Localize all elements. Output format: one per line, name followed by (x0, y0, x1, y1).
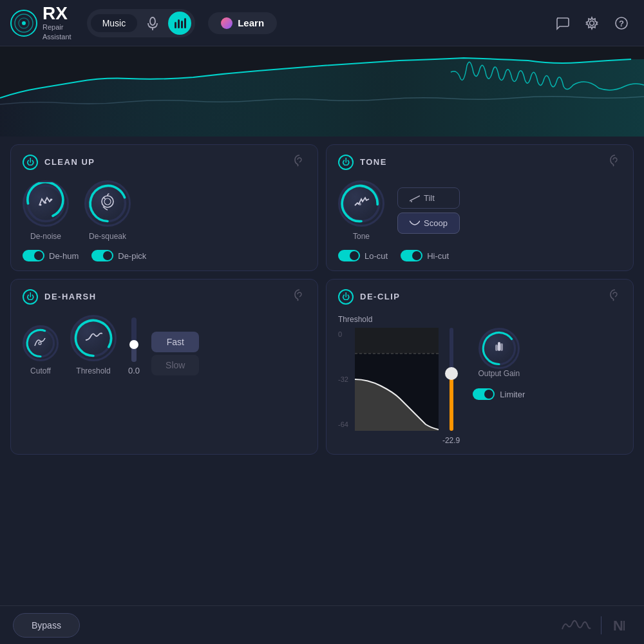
slow-button[interactable]: Slow (151, 355, 199, 375)
desqueak-knob[interactable] (84, 180, 131, 227)
waveform-area[interactable] (0, 46, 644, 137)
svg-point-17 (50, 199, 52, 201)
svg-rect-29 (355, 328, 439, 354)
declip-ear-button[interactable] (609, 289, 621, 305)
header-actions: ? (550, 11, 634, 35)
learn-label: Learn (238, 17, 264, 28)
help-icon: ? (614, 16, 629, 30)
hicut-toggle[interactable] (401, 250, 422, 261)
hicut-toggle-item: Hi-cut (401, 250, 449, 261)
deharsh-slider-thumb (129, 340, 138, 349)
scoop-button[interactable]: Scoop (397, 213, 460, 234)
tone-power-button[interactable]: ⏻ (338, 155, 354, 170)
limiter-toggle[interactable] (473, 388, 495, 400)
declip-panel: ⏻ DE-CLIP Threshold 0 -32 -64 (326, 279, 634, 455)
desqueak-icon (98, 193, 117, 214)
svg-rect-6 (175, 22, 176, 28)
deharsh-knobs-row: Cutoff Threshold (23, 315, 306, 375)
dehum-label: De-hum (49, 251, 79, 261)
cutoff-icon (33, 336, 48, 351)
declip-power-button[interactable]: ⏻ (338, 289, 354, 305)
ni-waves-icon (561, 616, 592, 634)
tone-buttons: Tilt Scoop (397, 187, 460, 234)
svg-point-20 (104, 198, 111, 205)
depick-toggle[interactable] (91, 250, 113, 261)
ni-logo-icon: N I (611, 616, 631, 634)
locut-toggle[interactable] (338, 250, 360, 261)
svg-point-19 (102, 196, 113, 207)
settings-button[interactable] (580, 11, 604, 35)
cutoff-knob[interactable] (23, 325, 59, 361)
cleanup-power-button[interactable]: ⏻ (23, 155, 38, 170)
logo-text: RX Repair Assistant (43, 5, 71, 41)
svg-line-23 (410, 196, 420, 201)
declip-slider-thumb[interactable] (445, 367, 458, 380)
tone-ear-button[interactable] (609, 154, 621, 170)
denoise-knob[interactable] (23, 180, 69, 227)
cleanup-ear-button[interactable] (293, 154, 306, 170)
fast-button[interactable]: Fast (151, 332, 199, 352)
svg-rect-34 (500, 343, 503, 351)
learn-button[interactable]: Learn (208, 12, 277, 34)
bypass-button[interactable]: Bypass (13, 613, 80, 638)
waveform-svg (0, 46, 644, 137)
declip-slider-container[interactable] (446, 328, 457, 431)
cleanup-title: CLEAN UP (44, 157, 95, 167)
deharsh-threshold-knob[interactable] (70, 315, 117, 361)
cleanup-toggles-row: De-hum De-pick (23, 250, 306, 261)
depick-label: De-pick (118, 251, 146, 261)
declip-threshold-label: Threshold (338, 315, 460, 324)
threshold-value: 0.0 (128, 366, 140, 375)
bars-mode-button[interactable] (168, 12, 191, 35)
hicut-label: Hi-cut (427, 251, 449, 261)
cleanup-title-row: ⏻ CLEAN UP (23, 155, 95, 170)
tilt-button[interactable]: Tilt (397, 187, 460, 209)
deharsh-title-row: ⏻ DE-HARSH (23, 289, 97, 305)
deharsh-panel-header: ⏻ DE-HARSH (23, 289, 306, 305)
help-button[interactable]: ? (609, 11, 634, 35)
declip-panel-header: ⏻ DE-CLIP (338, 289, 621, 305)
denoise-icon (37, 194, 55, 213)
deharsh-ear-button[interactable] (293, 289, 306, 305)
svg-point-16 (45, 202, 46, 204)
main-content: ⏻ CLEAN UP (0, 137, 644, 462)
svg-point-22 (359, 203, 361, 205)
deharsh-slider-wrap: 0.0 (128, 317, 140, 375)
declip-value: -22.9 (442, 436, 460, 445)
voice-mode-button[interactable] (141, 12, 164, 35)
output-gain-knob[interactable] (478, 328, 520, 369)
cleanup-panel: ⏻ CLEAN UP (10, 144, 318, 271)
svg-rect-7 (178, 19, 180, 28)
desqueak-label: De-squeak (89, 232, 126, 241)
output-gain-icon (491, 339, 507, 357)
tilt-label: Tilt (424, 193, 435, 203)
footer-logo: N I (561, 616, 631, 634)
threshold-knob-wrap: Threshold (70, 315, 117, 375)
chat-icon (555, 16, 569, 30)
tilt-icon (410, 194, 420, 202)
tone-panel-header: ⏻ TONE (338, 154, 621, 170)
limiter-row: Limiter (473, 388, 525, 400)
tone-knob-wrap: Tone (338, 180, 384, 241)
svg-rect-33 (495, 345, 498, 351)
denoise-knob-wrap: De-noise (23, 180, 69, 241)
cutoff-label: Cutoff (30, 366, 51, 375)
chat-button[interactable] (550, 11, 574, 35)
deharsh-power-button[interactable]: ⏻ (23, 289, 38, 305)
deharsh-slider[interactable] (131, 317, 137, 362)
music-mode-button[interactable]: Music (91, 14, 138, 32)
speed-buttons: Fast Slow (151, 332, 199, 375)
svg-point-10 (590, 21, 594, 25)
header: RX Repair Assistant Music L (0, 0, 644, 46)
axis-0: 0 (338, 330, 348, 338)
logo-rx-text: RX (43, 5, 71, 23)
deharsh-panel: ⏻ DE-HARSH (10, 279, 318, 455)
dehum-toggle[interactable] (23, 250, 44, 261)
dehum-toggle-item: De-hum (23, 250, 79, 261)
tone-knob[interactable] (338, 180, 384, 227)
cleanup-panel-header: ⏻ CLEAN UP (23, 154, 306, 170)
logo-subtitle: Repair Assistant (43, 23, 71, 41)
tone-ear-icon (609, 154, 621, 167)
learn-dot-icon (221, 17, 232, 29)
voice-icon (146, 16, 160, 30)
